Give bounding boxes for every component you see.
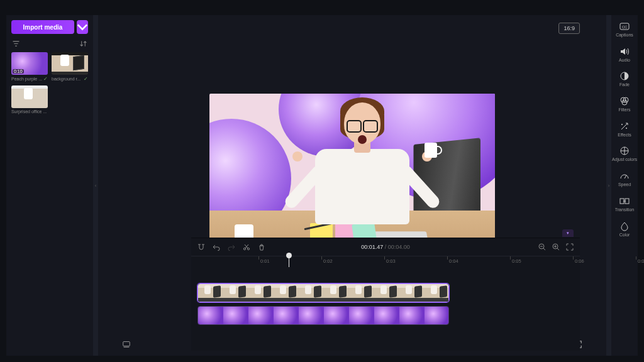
filters-tool[interactable]: Filters (618, 96, 630, 112)
fade-tool[interactable]: Fade (619, 71, 630, 87)
split-icon[interactable] (243, 243, 250, 251)
adjust-colors-tool[interactable]: Adjust colors (612, 146, 637, 162)
ruler-tick: 0:05 (512, 258, 521, 264)
ruler-tick: 0:04 (449, 258, 458, 264)
timeline-ruler[interactable]: 0:01 0:02 0:03 0:04 0:05 0:06 0:07 (191, 256, 580, 267)
svg-point-14 (626, 128, 627, 129)
media-thumbnail: 0:10 (11, 52, 48, 75)
ruler-tick: 0:02 (323, 258, 333, 264)
fade-icon (619, 71, 630, 81)
timeline-clip-foreground[interactable] (197, 283, 449, 302)
queue-icon[interactable] (122, 340, 131, 349)
timeline-toolbar: 00:01.47 / 00:04.00 (191, 238, 580, 256)
media-duration: 0:10 (13, 69, 24, 74)
zoom-out-icon[interactable] (538, 243, 546, 251)
media-thumbnail (11, 85, 48, 108)
audio-icon (619, 47, 630, 57)
redo-icon[interactable] (228, 243, 235, 251)
ruler-tick: 0:06 (575, 258, 584, 264)
import-media-dropdown[interactable] (77, 20, 88, 34)
ruler-tick: 0:03 (386, 258, 396, 264)
video-preview[interactable] (209, 94, 495, 255)
media-item[interactable]: Surprised office ... (11, 85, 48, 114)
playhead[interactable] (289, 256, 289, 267)
color-tool[interactable]: Color (619, 221, 630, 238)
timeline-clip-background[interactable] (197, 306, 449, 325)
expand-timeline-button[interactable]: ▾ (562, 229, 574, 237)
captions-tool[interactable]: CC Captions (616, 21, 633, 38)
delete-icon[interactable] (258, 243, 265, 251)
filter-icon[interactable] (13, 40, 19, 48)
sort-icon[interactable] (80, 40, 87, 48)
check-icon: ✓ (43, 76, 48, 82)
audio-tool[interactable]: Audio (619, 47, 630, 63)
stage: 16:9 (98, 15, 606, 356)
timeline: ▾ 00:01.47 / 00:04.00 0:01 0: (191, 238, 580, 351)
import-media-button[interactable]: Import media (11, 20, 74, 34)
media-item-label: background r... (52, 77, 80, 81)
media-item[interactable]: background r... ✓ (52, 52, 88, 82)
chevron-down-icon (77, 21, 88, 33)
adjust-colors-icon (619, 146, 630, 156)
media-grid: 0:10 Peach purple ... ✓ background r... … (11, 52, 88, 114)
media-item[interactable]: 0:10 Peach purple ... ✓ (11, 52, 48, 82)
ruler-tick: 0:07 (638, 258, 644, 264)
right-toolbar: CC Captions Audio Fade Filters Effects A… (611, 15, 638, 356)
speed-icon (619, 171, 630, 181)
undo-icon[interactable] (213, 243, 220, 251)
media-item-label: Surprised office ... (11, 109, 47, 114)
effects-tool[interactable]: Effects (618, 121, 631, 138)
zoom-in-icon[interactable] (552, 243, 560, 251)
timeline-timecode: 00:01.47 / 00:04.00 (361, 244, 410, 250)
svg-text:CC: CC (622, 25, 628, 29)
color-icon (619, 221, 630, 231)
svg-rect-0 (123, 342, 130, 346)
captions-icon: CC (619, 21, 630, 31)
aspect-ratio-button[interactable]: 16:9 (558, 23, 580, 34)
collapse-left-panel[interactable]: ‹ (93, 15, 98, 356)
effects-icon (619, 121, 630, 131)
media-item-label: Peach purple ... (11, 77, 42, 81)
ruler-tick: 0:01 (260, 258, 270, 264)
speed-tool[interactable]: Speed (618, 171, 631, 187)
transition-icon (619, 196, 630, 206)
collapse-right-panel[interactable]: › (606, 15, 611, 356)
media-thumbnail (52, 52, 88, 75)
svg-point-13 (621, 124, 623, 125)
workspace: Import media 0:10 Peach purple ... ✓ (6, 15, 638, 356)
filters-icon (619, 96, 630, 106)
media-panel: Import media 0:10 Peach purple ... ✓ (6, 15, 93, 356)
zoom-fit-icon[interactable] (566, 243, 574, 251)
check-icon: ✓ (84, 76, 88, 82)
transition-tool[interactable]: Transition (615, 196, 634, 212)
magnet-icon[interactable] (197, 243, 205, 251)
